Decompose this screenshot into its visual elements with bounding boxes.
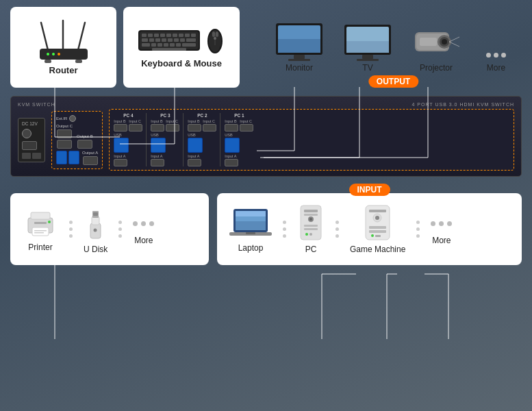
router-box: Router — [10, 7, 116, 88]
svg-rect-98 — [304, 214, 318, 216]
svg-rect-32 — [160, 34, 165, 37]
svg-rect-39 — [149, 38, 154, 42]
svg-rect-83 — [34, 230, 47, 232]
game-machine-label: Game Machine — [350, 245, 405, 254]
keyboard-mouse-label: Keyboard & Mouse — [141, 58, 222, 68]
svg-point-25 — [52, 53, 55, 55]
udisk-label: U Disk — [84, 245, 107, 254]
svg-rect-50 — [170, 43, 175, 47]
monitor-icon — [275, 22, 324, 62]
svg-rect-23 — [75, 60, 82, 63]
more-bl-device: More — [133, 213, 154, 245]
svg-rect-101 — [304, 225, 318, 227]
udisk-icon — [84, 204, 107, 242]
svg-rect-88 — [93, 212, 98, 216]
more-br-label: More — [432, 236, 451, 245]
svg-point-103 — [305, 233, 308, 236]
svg-rect-33 — [166, 34, 171, 37]
svg-rect-42 — [168, 38, 173, 42]
svg-point-74 — [442, 39, 447, 45]
svg-rect-112 — [375, 235, 381, 237]
kvm-device: KVM SWITCH 4 PORT USB 3.0 HDMI KVM SWITC… — [10, 96, 522, 177]
output-badge: OUTPUT — [368, 75, 418, 88]
kvm-output-section: Ext.IR Output C Output B — [51, 111, 103, 169]
router-icon — [34, 19, 92, 64]
printer-label: Printer — [28, 242, 52, 252]
svg-rect-37 — [191, 34, 196, 37]
svg-rect-22 — [45, 60, 51, 63]
kvm-left-panel: DC 12V — [18, 118, 45, 162]
monitor-device: Monitor — [265, 22, 333, 73]
pc-tower-icon — [297, 204, 325, 242]
svg-rect-106 — [369, 210, 386, 212]
tv-device: TV — [333, 22, 402, 73]
svg-rect-40 — [155, 38, 160, 42]
pc-label: PC — [305, 245, 317, 254]
router-label: Router — [49, 65, 78, 75]
svg-rect-79 — [31, 212, 50, 219]
svg-rect-80 — [32, 227, 49, 236]
svg-point-59 — [214, 37, 216, 40]
projector-device: Projector — [402, 22, 470, 73]
svg-rect-53 — [152, 48, 186, 51]
laptop-icon — [229, 206, 272, 240]
more-br-device: More — [431, 213, 452, 245]
kvm-pc-inputs: PC 4 Input B Input C USB — [109, 109, 514, 171]
more-output-device: More — [470, 39, 522, 73]
svg-line-20 — [78, 23, 85, 50]
svg-point-111 — [371, 234, 374, 237]
svg-rect-62 — [278, 39, 320, 53]
svg-rect-34 — [173, 34, 177, 37]
svg-rect-110 — [369, 230, 386, 233]
keyboard-icon — [138, 27, 200, 53]
svg-rect-63 — [294, 55, 305, 59]
dc-label: DC 12V — [22, 121, 41, 126]
svg-rect-81 — [34, 222, 47, 224]
svg-point-108 — [375, 216, 379, 220]
svg-rect-92 — [236, 221, 266, 230]
game-console-icon — [362, 204, 393, 242]
svg-rect-93 — [236, 211, 266, 216]
svg-rect-58 — [216, 32, 218, 37]
svg-point-82 — [48, 221, 51, 223]
laptop-label: Laptop — [238, 243, 264, 253]
svg-rect-36 — [185, 34, 190, 37]
svg-rect-46 — [142, 43, 150, 47]
svg-rect-30 — [148, 34, 153, 37]
svg-point-104 — [309, 233, 312, 236]
more-bl-label: More — [134, 236, 153, 245]
svg-rect-45 — [186, 38, 196, 42]
svg-rect-67 — [346, 41, 389, 53]
svg-rect-109 — [369, 226, 386, 229]
laptop-device: Laptop — [229, 206, 272, 253]
svg-rect-84 — [34, 232, 44, 234]
svg-point-26 — [58, 53, 60, 55]
svg-rect-69 — [357, 59, 379, 61]
svg-rect-64 — [288, 59, 310, 61]
more-output-label: More — [487, 63, 505, 73]
svg-rect-44 — [180, 38, 185, 42]
projector-icon — [411, 22, 461, 62]
bottom-right-box: INPUT Laptop — [217, 193, 522, 265]
svg-rect-97 — [304, 210, 318, 212]
bottom-left-box: Printer U Disk — [10, 193, 209, 265]
svg-rect-51 — [176, 43, 181, 47]
svg-rect-41 — [162, 38, 166, 42]
svg-rect-47 — [151, 43, 156, 47]
projector-label: Projector — [420, 63, 453, 73]
svg-rect-48 — [157, 43, 162, 47]
svg-rect-31 — [154, 34, 159, 37]
game-machine-device: Game Machine — [350, 204, 405, 254]
pc2-unit: PC 2 Input B Input C USB — [188, 113, 220, 166]
svg-rect-68 — [362, 55, 373, 59]
mouse-icon — [205, 26, 225, 55]
svg-rect-49 — [164, 43, 168, 47]
svg-point-89 — [94, 229, 97, 232]
svg-rect-102 — [304, 228, 318, 230]
ext-ir-label: Ext.IR — [56, 116, 67, 121]
svg-rect-57 — [212, 32, 215, 37]
output-devices-wrapper: Monitor TV — [265, 22, 522, 88]
monitor-label: Monitor — [286, 63, 313, 73]
svg-rect-52 — [182, 43, 196, 47]
printer-icon — [23, 207, 58, 240]
